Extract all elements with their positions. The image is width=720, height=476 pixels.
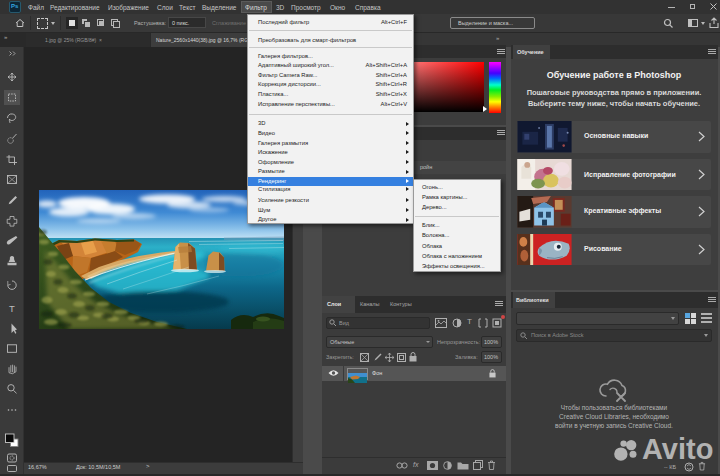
svg-text:Avito: Avito	[642, 433, 713, 465]
svg-text:T: T	[9, 303, 15, 314]
